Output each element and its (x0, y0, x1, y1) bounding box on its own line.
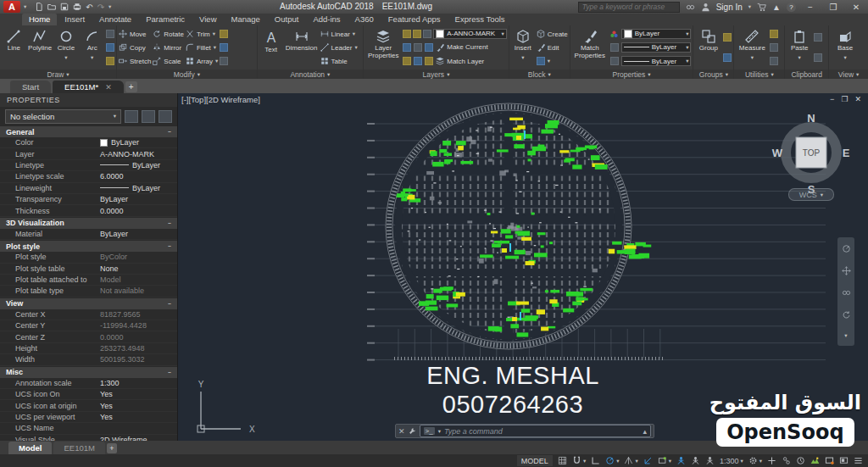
lineweight-dropdown[interactable]: ByLayer▾ (621, 56, 692, 66)
cmd-customize-wrench-icon[interactable] (409, 427, 416, 435)
ribbon-tab-add-ins[interactable]: Add-ins (306, 14, 347, 25)
annotation-autoscale[interactable] (691, 456, 700, 465)
save-icon[interactable] (60, 3, 69, 11)
trim-button[interactable]: Trim▾ (186, 29, 218, 39)
isometric-drafting[interactable]: ▾ (624, 456, 637, 465)
annotation-scale-value[interactable]: 1:300▾ (720, 457, 743, 465)
rectangle-tool-icon[interactable] (106, 30, 114, 38)
snap-mode[interactable]: ▾ (572, 456, 586, 465)
viewport-controls-label[interactable]: [-][Top][2D Wireframe] (181, 95, 260, 104)
base-view-button[interactable]: Base▾ (831, 26, 860, 69)
property-row[interactable]: UCS icon at originYes (0, 400, 177, 411)
explode-tool-icon[interactable] (220, 43, 228, 52)
property-row[interactable]: UCS icon OnYes (0, 389, 177, 400)
undo-icon[interactable]: ↶ (86, 3, 92, 12)
selection-dropdown[interactable]: No selection▾ (5, 109, 121, 124)
ribbon-tab-output[interactable]: Output (268, 14, 306, 25)
block-attributes-icon[interactable]: ▾ (537, 56, 568, 66)
viewport-restore-icon[interactable]: ❐ (841, 95, 848, 103)
property-row[interactable]: Thickness0.0000 (0, 205, 177, 216)
insert-block-button[interactable]: Insert▾ (511, 26, 535, 69)
section-header[interactable]: View− (0, 297, 177, 309)
create-block-button[interactable]: Create (537, 29, 568, 39)
logo-dropdown-icon[interactable]: ▾ (24, 3, 26, 10)
close-button[interactable]: ✕ (848, 3, 865, 12)
cut-icon[interactable] (814, 33, 822, 42)
help-icon[interactable]: ? (787, 3, 796, 12)
palette-title[interactable]: PROPERTIES (0, 93, 177, 107)
isolate-objects[interactable] (782, 456, 791, 465)
property-row[interactable]: LayerA-ANNO-MARK (0, 148, 177, 159)
property-row[interactable]: UCS Name (0, 423, 177, 434)
property-row[interactable]: Plot table attached toModel (0, 275, 177, 286)
new-file-icon[interactable] (35, 3, 43, 11)
plot-icon[interactable] (73, 3, 81, 11)
graphics-performance[interactable] (810, 456, 820, 465)
collapse-icon[interactable]: − (168, 370, 171, 375)
section-header[interactable]: General− (0, 125, 177, 137)
property-row[interactable]: LinetypeByLayer (0, 160, 177, 171)
zoom-extents-icon[interactable] (842, 288, 851, 297)
model-space-toggle[interactable]: MODEL (517, 455, 553, 466)
section-header[interactable]: 3D Visualization− (0, 217, 177, 229)
ribbon-tab-manage[interactable]: Manage (225, 14, 267, 25)
table-button[interactable]: Table (320, 56, 358, 66)
annotation-monitor[interactable] (796, 456, 805, 465)
ribbon-tab-express-tools[interactable]: Express Tools (448, 14, 512, 25)
toggle-pickadd-icon[interactable] (125, 110, 138, 123)
panel-label-block[interactable]: Block▾ (509, 69, 570, 79)
search-icon[interactable] (686, 3, 695, 12)
workspace-switching[interactable]: ▾ (748, 456, 762, 465)
dynamic-input[interactable]: ▾ (658, 456, 671, 465)
property-row[interactable]: Width500195.3032 (0, 354, 177, 365)
property-row[interactable]: Plot styleByColor (0, 252, 177, 263)
file-tab-start[interactable]: Start (10, 81, 51, 93)
object-snap-tracking[interactable] (643, 456, 653, 465)
ribbon-tab-view[interactable]: View (192, 14, 223, 25)
quick-select-icon[interactable] (159, 110, 172, 123)
layer-dropdown[interactable]: A-ANNO-MARK▾ (433, 29, 507, 39)
ellipse-tool-icon[interactable] (106, 43, 114, 52)
measure-button[interactable]: Measure▾ (736, 26, 768, 69)
match-layer-button[interactable]: Match Layer (403, 56, 507, 66)
orbit-icon[interactable] (842, 310, 851, 320)
clean-screen[interactable] (825, 456, 834, 465)
linear-button[interactable]: Linear▾ (320, 29, 358, 39)
arc-button[interactable]: Arc▾ (80, 26, 104, 69)
autocad-logo[interactable]: A (3, 1, 20, 13)
dimension-button[interactable]: Dimension (285, 26, 319, 69)
linetype-dropdown[interactable]: ByLayer▾ (621, 42, 692, 53)
property-row[interactable]: Center Y-119994.4428 (0, 320, 177, 331)
layer-lock-icon[interactable] (423, 30, 431, 38)
ribbon-tab-home[interactable]: Home (22, 14, 57, 25)
copy-button[interactable]: Copy (119, 42, 151, 53)
autodesk-exchange-icon[interactable]: ▲ (772, 3, 781, 12)
ribbon-tab-featured-apps[interactable]: Featured Apps (381, 14, 448, 25)
property-row[interactable]: Center X81827.9565 (0, 309, 177, 320)
panel-label-annotation[interactable]: Annotation▾ (258, 69, 364, 79)
circle-button[interactable]: Circle▾ (54, 26, 79, 69)
model-tab[interactable]: Model (8, 442, 52, 454)
leader-button[interactable]: Leader▾ (320, 42, 358, 53)
property-row[interactable]: LineweightByLayer (0, 183, 177, 194)
annotation-visibility[interactable] (676, 456, 686, 465)
maximize-button[interactable]: ❐ (825, 3, 842, 12)
panel-label-utilities[interactable]: Utilities▾ (734, 69, 784, 79)
ribbon-tab-a360[interactable]: A360 (348, 14, 381, 25)
file-tab-ee101m[interactable]: EE101M*✕ (53, 81, 124, 93)
paste-button[interactable]: Paste▾ (787, 26, 812, 69)
qat-dropdown-icon[interactable]: ▾ (108, 3, 111, 10)
property-row[interactable]: MaterialByLayer (0, 229, 177, 240)
ribbon-tab-parametric[interactable]: Parametric (139, 14, 192, 25)
fillet-button[interactable]: Fillet▾ (186, 42, 218, 53)
property-row[interactable]: Linetype scale6.0000 (0, 171, 177, 182)
cmd-close-icon[interactable]: ✕ (398, 427, 405, 436)
new-drawing-tab-button[interactable]: + (125, 81, 137, 92)
full-navigation-wheel-icon[interactable] (842, 244, 851, 253)
panel-label-layers[interactable]: Layers▾ (364, 69, 509, 79)
property-row[interactable]: Annotation scale1:300 (0, 378, 177, 389)
command-input[interactable]: >_ ▾ Type a command ▴ (420, 425, 651, 437)
close-tab-icon[interactable]: ✕ (105, 83, 112, 92)
line-button[interactable]: Line (2, 26, 26, 69)
panel-label-clipboard[interactable]: Clipboard (785, 69, 828, 79)
